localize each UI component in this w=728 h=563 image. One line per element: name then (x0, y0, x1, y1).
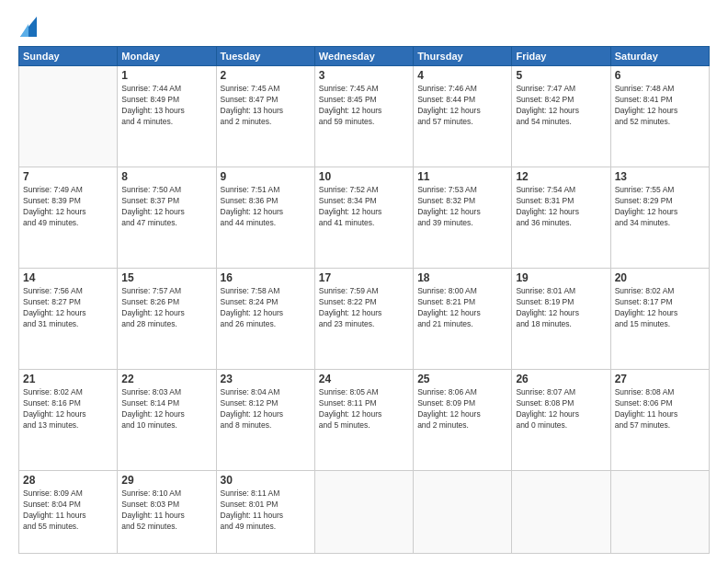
calendar-cell: 18Sunrise: 8:00 AM Sunset: 8:21 PM Dayli… (414, 269, 512, 370)
day-info: Sunrise: 8:09 AM Sunset: 8:04 PM Dayligh… (23, 488, 113, 533)
day-info: Sunrise: 7:57 AM Sunset: 8:26 PM Dayligh… (121, 286, 211, 330)
day-number: 5 (516, 69, 606, 82)
day-number: 28 (23, 474, 113, 487)
day-number: 15 (121, 271, 211, 284)
header (18, 17, 710, 37)
calendar-cell: 24Sunrise: 8:05 AM Sunset: 8:11 PM Dayli… (314, 370, 413, 471)
day-info: Sunrise: 7:49 AM Sunset: 8:39 PM Dayligh… (23, 185, 113, 229)
day-number: 7 (23, 170, 113, 183)
calendar-cell: 16Sunrise: 7:58 AM Sunset: 8:24 PM Dayli… (216, 269, 314, 370)
calendar-cell: 30Sunrise: 8:11 AM Sunset: 8:01 PM Dayli… (216, 471, 314, 554)
day-info: Sunrise: 7:53 AM Sunset: 8:32 PM Dayligh… (417, 185, 507, 229)
calendar-cell: 19Sunrise: 8:01 AM Sunset: 8:19 PM Dayli… (512, 269, 610, 370)
calendar-cell: 6Sunrise: 7:48 AM Sunset: 8:41 PM Daylig… (610, 66, 709, 167)
logo (18, 17, 37, 37)
day-number: 24 (319, 373, 409, 385)
calendar-cell: 8Sunrise: 7:50 AM Sunset: 8:37 PM Daylig… (118, 167, 216, 269)
day-number: 13 (615, 170, 705, 183)
day-number: 26 (516, 373, 606, 385)
day-number: 11 (417, 170, 507, 183)
calendar-cell: 9Sunrise: 7:51 AM Sunset: 8:36 PM Daylig… (216, 167, 314, 269)
calendar-cell: 20Sunrise: 8:02 AM Sunset: 8:17 PM Dayli… (610, 269, 709, 370)
day-number: 3 (319, 69, 409, 82)
day-number: 2 (221, 69, 311, 82)
day-info: Sunrise: 7:48 AM Sunset: 8:41 PM Dayligh… (615, 84, 705, 128)
day-info: Sunrise: 8:02 AM Sunset: 8:17 PM Dayligh… (615, 286, 705, 330)
calendar-cell: 29Sunrise: 8:10 AM Sunset: 8:03 PM Dayli… (118, 471, 216, 554)
day-info: Sunrise: 7:45 AM Sunset: 8:47 PM Dayligh… (221, 84, 311, 128)
day-info: Sunrise: 8:05 AM Sunset: 8:11 PM Dayligh… (319, 387, 409, 431)
day-number: 14 (23, 271, 113, 284)
day-number: 29 (121, 474, 211, 487)
day-info: Sunrise: 8:00 AM Sunset: 8:21 PM Dayligh… (417, 286, 507, 330)
day-number: 27 (615, 373, 705, 385)
calendar-cell: 7Sunrise: 7:49 AM Sunset: 8:39 PM Daylig… (19, 167, 118, 269)
calendar-cell: 10Sunrise: 7:52 AM Sunset: 8:34 PM Dayli… (314, 167, 413, 269)
calendar-cell: 22Sunrise: 8:03 AM Sunset: 8:14 PM Dayli… (118, 370, 216, 471)
day-number: 16 (221, 271, 311, 284)
day-info: Sunrise: 8:04 AM Sunset: 8:12 PM Dayligh… (221, 387, 311, 431)
day-number: 9 (221, 170, 311, 183)
calendar-table: SundayMondayTuesdayWednesdayThursdayFrid… (18, 46, 710, 554)
day-info: Sunrise: 7:55 AM Sunset: 8:29 PM Dayligh… (615, 185, 705, 229)
day-info: Sunrise: 7:56 AM Sunset: 8:27 PM Dayligh… (23, 286, 113, 330)
day-info: Sunrise: 7:54 AM Sunset: 8:31 PM Dayligh… (516, 185, 606, 229)
day-number: 30 (221, 474, 311, 487)
calendar-week-row: 1Sunrise: 7:44 AM Sunset: 8:49 PM Daylig… (19, 66, 710, 167)
calendar-cell: 2Sunrise: 7:45 AM Sunset: 8:47 PM Daylig… (216, 66, 314, 167)
day-info: Sunrise: 7:50 AM Sunset: 8:37 PM Dayligh… (121, 185, 211, 229)
calendar-cell: 21Sunrise: 8:02 AM Sunset: 8:16 PM Dayli… (19, 370, 118, 471)
day-info: Sunrise: 7:45 AM Sunset: 8:45 PM Dayligh… (319, 84, 409, 128)
weekday-header-monday: Monday (118, 47, 216, 66)
day-info: Sunrise: 7:47 AM Sunset: 8:42 PM Dayligh… (516, 84, 606, 128)
calendar-cell (610, 471, 709, 554)
weekday-header-saturday: Saturday (610, 47, 709, 66)
day-number: 20 (615, 271, 705, 284)
weekday-header-row: SundayMondayTuesdayWednesdayThursdayFrid… (19, 47, 710, 66)
day-number: 12 (516, 170, 606, 183)
day-info: Sunrise: 7:58 AM Sunset: 8:24 PM Dayligh… (221, 286, 311, 330)
calendar-cell: 5Sunrise: 7:47 AM Sunset: 8:42 PM Daylig… (512, 66, 610, 167)
svg-marker-1 (20, 24, 28, 37)
day-info: Sunrise: 8:01 AM Sunset: 8:19 PM Dayligh… (516, 286, 606, 330)
day-number: 4 (417, 69, 507, 82)
calendar-cell: 12Sunrise: 7:54 AM Sunset: 8:31 PM Dayli… (512, 167, 610, 269)
page: SundayMondayTuesdayWednesdayThursdayFrid… (0, 0, 728, 563)
calendar-cell: 27Sunrise: 8:08 AM Sunset: 8:06 PM Dayli… (610, 370, 709, 471)
day-info: Sunrise: 8:08 AM Sunset: 8:06 PM Dayligh… (615, 387, 705, 431)
day-info: Sunrise: 8:11 AM Sunset: 8:01 PM Dayligh… (221, 488, 311, 533)
calendar-cell (414, 471, 512, 554)
calendar-cell: 26Sunrise: 8:07 AM Sunset: 8:08 PM Dayli… (512, 370, 610, 471)
weekday-header-sunday: Sunday (19, 47, 118, 66)
calendar-week-row: 7Sunrise: 7:49 AM Sunset: 8:39 PM Daylig… (19, 167, 710, 269)
day-info: Sunrise: 7:44 AM Sunset: 8:49 PM Dayligh… (121, 84, 211, 128)
day-info: Sunrise: 7:52 AM Sunset: 8:34 PM Dayligh… (319, 185, 409, 229)
logo-icon (20, 17, 37, 37)
calendar-cell: 11Sunrise: 7:53 AM Sunset: 8:32 PM Dayli… (414, 167, 512, 269)
day-info: Sunrise: 7:46 AM Sunset: 8:44 PM Dayligh… (417, 84, 507, 128)
calendar-cell: 25Sunrise: 8:06 AM Sunset: 8:09 PM Dayli… (414, 370, 512, 471)
weekday-header-friday: Friday (512, 47, 610, 66)
calendar-cell: 28Sunrise: 8:09 AM Sunset: 8:04 PM Dayli… (19, 471, 118, 554)
day-info: Sunrise: 8:03 AM Sunset: 8:14 PM Dayligh… (121, 387, 211, 431)
calendar-cell (512, 471, 610, 554)
calendar-cell: 14Sunrise: 7:56 AM Sunset: 8:27 PM Dayli… (19, 269, 118, 370)
calendar-cell: 17Sunrise: 7:59 AM Sunset: 8:22 PM Dayli… (314, 269, 413, 370)
day-info: Sunrise: 7:59 AM Sunset: 8:22 PM Dayligh… (319, 286, 409, 330)
weekday-header-thursday: Thursday (414, 47, 512, 66)
day-number: 19 (516, 271, 606, 284)
calendar-cell: 13Sunrise: 7:55 AM Sunset: 8:29 PM Dayli… (610, 167, 709, 269)
day-info: Sunrise: 7:51 AM Sunset: 8:36 PM Dayligh… (221, 185, 311, 229)
calendar-cell (19, 66, 118, 167)
weekday-header-wednesday: Wednesday (314, 47, 413, 66)
calendar-cell: 4Sunrise: 7:46 AM Sunset: 8:44 PM Daylig… (414, 66, 512, 167)
day-number: 25 (417, 373, 507, 385)
calendar-cell: 15Sunrise: 7:57 AM Sunset: 8:26 PM Dayli… (118, 269, 216, 370)
weekday-header-tuesday: Tuesday (216, 47, 314, 66)
calendar-cell: 1Sunrise: 7:44 AM Sunset: 8:49 PM Daylig… (118, 66, 216, 167)
day-number: 18 (417, 271, 507, 284)
day-number: 1 (121, 69, 211, 82)
day-info: Sunrise: 8:06 AM Sunset: 8:09 PM Dayligh… (417, 387, 507, 431)
day-number: 8 (121, 170, 211, 183)
calendar-cell: 23Sunrise: 8:04 AM Sunset: 8:12 PM Dayli… (216, 370, 314, 471)
